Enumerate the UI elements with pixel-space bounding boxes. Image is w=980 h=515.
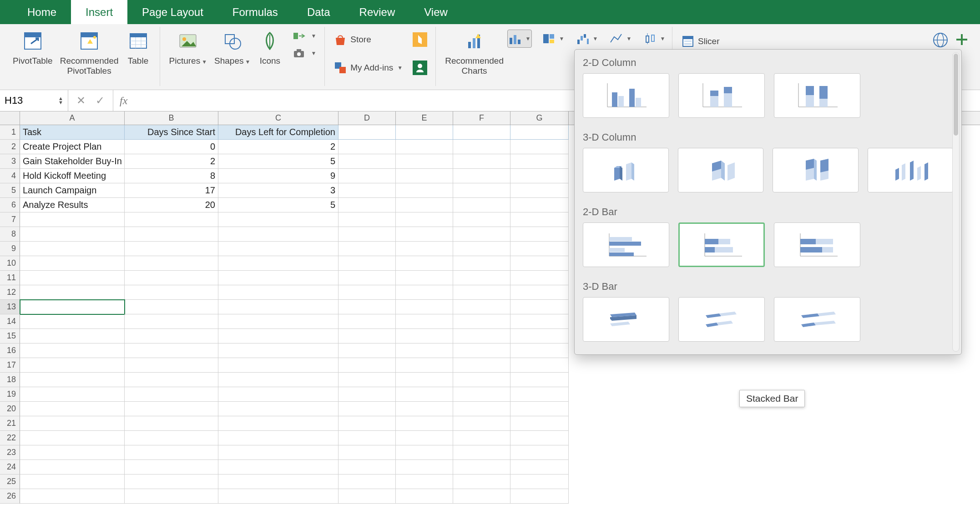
statistic-chart-button[interactable]: ▼ — [642, 30, 667, 48]
panel-vertical-scrollbar[interactable] — [952, 52, 960, 352]
tab-insert[interactable]: Insert — [71, 0, 127, 24]
svg-marker-80 — [814, 159, 817, 181]
clustered-bar-thumb[interactable] — [583, 222, 669, 267]
svg-marker-113 — [801, 313, 819, 318]
slicer-button[interactable]: Slicer — [678, 27, 722, 50]
svg-rect-29 — [514, 35, 516, 44]
icons-button[interactable]: Icons — [254, 27, 286, 67]
svg-rect-16 — [293, 33, 298, 39]
svg-rect-61 — [724, 93, 732, 107]
people-icon — [413, 61, 427, 75]
svg-rect-53 — [612, 92, 617, 107]
col-header-G[interactable]: G — [510, 111, 569, 125]
cancel-formula-icon[interactable]: ✕ — [76, 94, 86, 107]
stacked-bar-thumb[interactable] — [678, 222, 765, 267]
row-header-1[interactable]: 1 — [0, 125, 20, 140]
col-header-C[interactable]: C — [218, 111, 338, 125]
hierarchy-icon — [542, 32, 556, 45]
pivottable-button[interactable]: PivotTable — [9, 27, 56, 66]
svg-marker-115 — [801, 323, 816, 327]
stacked-column-thumb[interactable] — [678, 73, 765, 118]
3d-stacked-column-thumb[interactable] — [678, 148, 764, 192]
fx-icon[interactable]: fx — [113, 95, 134, 107]
table-button[interactable]: Table — [122, 27, 154, 66]
svg-rect-62 — [724, 87, 732, 93]
svg-rect-30 — [518, 40, 520, 44]
cell-F1[interactable] — [453, 125, 510, 140]
people-graph-button[interactable] — [410, 60, 430, 76]
cell-E1[interactable] — [396, 125, 453, 140]
hierarchy-chart-button[interactable]: ▼ — [541, 30, 566, 48]
svg-marker-76 — [721, 161, 725, 181]
3d-column-thumb[interactable] — [868, 148, 954, 192]
recommended-charts-icon — [462, 29, 487, 53]
select-all-corner[interactable] — [0, 111, 20, 125]
tab-home[interactable]: Home — [13, 0, 71, 24]
tab-view[interactable]: View — [409, 0, 462, 24]
column-bar-chart-button[interactable]: ▼ — [507, 30, 532, 48]
col-header-B[interactable]: B — [125, 111, 218, 125]
svg-rect-41 — [652, 35, 654, 41]
svg-marker-86 — [917, 166, 921, 181]
col-header-F[interactable]: F — [453, 111, 510, 125]
tab-data[interactable]: Data — [293, 0, 345, 24]
namebox-stepper-icon[interactable]: ▲▼ — [58, 96, 63, 105]
svg-rect-45 — [684, 43, 692, 45]
cell-C1[interactable]: Days Left for Completion — [218, 125, 338, 140]
bing-maps-button[interactable] — [410, 31, 430, 48]
clustered-column-thumb[interactable] — [583, 73, 669, 118]
store-button[interactable]: Store — [330, 31, 405, 48]
cell-A13-selected[interactable] — [20, 300, 125, 314]
cell-B1[interactable]: Days Since Start — [125, 125, 218, 140]
svg-rect-55 — [629, 89, 635, 107]
recommended-pivottables-button[interactable]: Recommended PivotTables — [56, 27, 122, 76]
recommended-charts-button[interactable]: Recommended Charts — [441, 27, 507, 76]
3d-clustered-column-thumb[interactable] — [583, 148, 669, 192]
svg-rect-32 — [550, 34, 554, 39]
3d-stacked-bar-thumb[interactable] — [678, 297, 765, 342]
my-addins-button[interactable]: My Add-ins▼ — [330, 60, 405, 76]
svg-rect-35 — [581, 36, 583, 40]
svg-rect-28 — [510, 38, 512, 44]
tab-page-layout[interactable]: Page Layout — [127, 0, 218, 24]
svg-rect-31 — [543, 34, 549, 43]
pictures-button[interactable]: Pictures▼ — [166, 27, 211, 67]
svg-rect-21 — [339, 67, 346, 73]
accept-formula-icon[interactable]: ✓ — [96, 94, 105, 107]
shapes-button[interactable]: Shapes▼ — [211, 27, 254, 67]
100-stacked-bar-thumb[interactable] — [774, 222, 860, 267]
svg-point-24 — [418, 64, 422, 68]
svg-marker-108 — [610, 322, 630, 326]
svg-rect-103 — [800, 239, 816, 244]
section-3d-column: 3-D Column — [575, 124, 961, 148]
globe-icon[interactable] — [932, 31, 949, 49]
cell-D1[interactable] — [338, 125, 396, 140]
svg-rect-91 — [609, 242, 641, 246]
svg-rect-60 — [710, 91, 718, 96]
cell-G1[interactable] — [510, 125, 569, 140]
svg-marker-85 — [910, 161, 914, 181]
3d-100-stacked-column-thumb[interactable] — [773, 148, 859, 192]
screenshot-button[interactable]: ▼ — [289, 45, 319, 61]
add-icon[interactable] — [955, 31, 968, 49]
tab-formulas[interactable]: Formulas — [218, 0, 293, 24]
col-header-D[interactable]: D — [338, 111, 396, 125]
svg-rect-59 — [710, 96, 718, 107]
3d-100-stacked-bar-thumb[interactable] — [774, 297, 860, 342]
waterfall-chart-button[interactable]: ▼ — [575, 30, 599, 48]
scrollbar-handle[interactable] — [954, 54, 958, 136]
cell-A1[interactable]: Task — [20, 125, 125, 140]
smartart-button[interactable]: ▼ — [289, 28, 319, 44]
col-header-A[interactable]: A — [20, 111, 125, 125]
bing-icon — [413, 32, 427, 47]
svg-marker-77 — [727, 162, 735, 181]
tab-review[interactable]: Review — [345, 0, 410, 24]
name-box[interactable]: H13 ▲▼ — [0, 90, 68, 111]
100-stacked-column-thumb[interactable] — [774, 73, 860, 118]
line-chart-button[interactable]: ▼ — [608, 30, 633, 48]
col-header-E[interactable]: E — [396, 111, 453, 125]
svg-rect-97 — [718, 239, 730, 244]
svg-rect-98 — [705, 247, 715, 252]
svg-rect-25 — [468, 42, 471, 48]
3d-clustered-bar-thumb[interactable] — [583, 297, 669, 342]
